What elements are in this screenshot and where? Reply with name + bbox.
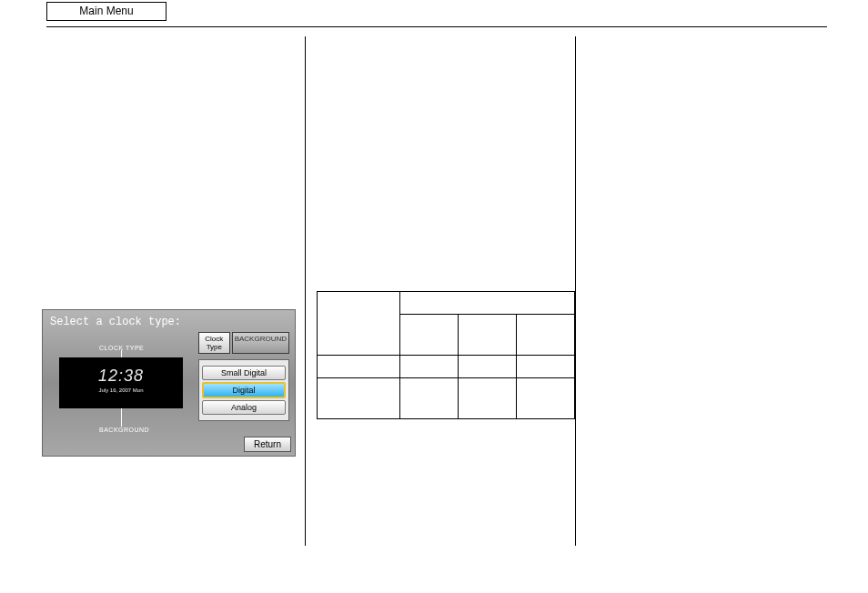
tab-background[interactable]: BACKGROUND [232, 332, 289, 354]
table-cell [400, 378, 459, 419]
table-cell [318, 292, 400, 356]
option-analog[interactable]: Analog [202, 400, 286, 415]
option-digital[interactable]: Digital [202, 382, 286, 398]
option-small-digital[interactable]: Small Digital [202, 366, 286, 380]
table-cell [517, 378, 575, 419]
table-cell [517, 356, 575, 378]
column-divider [305, 36, 306, 546]
table-cell [318, 356, 400, 378]
preview-pane: CLOCK TYPE 12:38 July 16, 2007 Mon BACKG… [48, 334, 194, 448]
return-button[interactable]: Return [244, 437, 291, 452]
tab-row: Clock Type BACKGROUND [198, 332, 289, 354]
prompt-text: Select a clock type: [50, 316, 181, 328]
preview-date: July 16, 2007 Mon [59, 387, 183, 393]
table-cell [318, 378, 400, 419]
table-cell [400, 315, 459, 356]
background-label: BACKGROUND [99, 427, 149, 433]
column-divider [575, 36, 576, 546]
preview-time: 12:38 [59, 367, 183, 386]
spec-table [317, 291, 575, 419]
pointer-line [121, 350, 122, 357]
table-cell [400, 356, 459, 378]
table-cell [459, 315, 517, 356]
table-cell [517, 315, 575, 356]
header-rule [46, 26, 827, 27]
table-cell [400, 292, 575, 315]
clock-preview: 12:38 July 16, 2007 Mon [59, 357, 183, 408]
table-cell [459, 356, 517, 378]
pointer-line [121, 408, 122, 427]
options-pane: Clock Type BACKGROUND Small Digital Digi… [198, 332, 289, 421]
device-screenshot: Select a clock type: CLOCK TYPE 12:38 Ju… [42, 309, 296, 457]
table-cell [459, 378, 517, 419]
main-menu-header: Main Menu [46, 2, 167, 21]
options-list: Small Digital Digital Analog [198, 359, 289, 421]
tab-clock-type[interactable]: Clock Type [198, 332, 230, 354]
